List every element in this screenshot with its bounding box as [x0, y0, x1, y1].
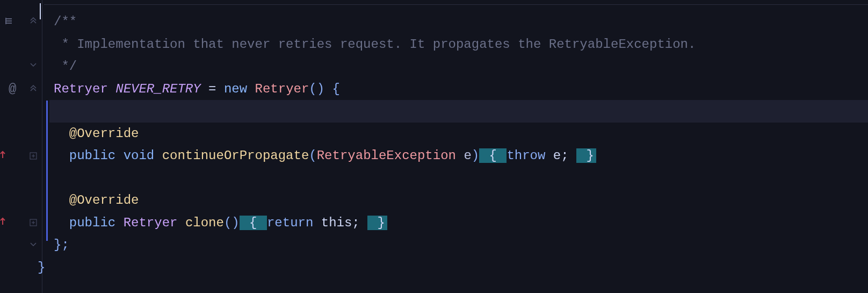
keyword-token: public: [69, 216, 115, 230]
fold-end-icon: [28, 60, 39, 71]
indent-guide: [42, 0, 42, 293]
comment-text: /**: [54, 15, 77, 29]
fold-expand-icon[interactable]: [28, 151, 39, 161]
code-line[interactable]: /**: [49, 11, 868, 33]
fold-toggle-icon[interactable]: [28, 15, 39, 26]
code-line[interactable]: }: [33, 256, 868, 279]
keyword-token: new: [224, 82, 247, 96]
type-token: Retryer: [124, 216, 178, 230]
gutter-inspection-icon[interactable]: @: [9, 82, 16, 96]
code-line[interactable]: [49, 167, 868, 190]
vcs-change-marker[interactable]: [46, 101, 48, 241]
gutter-override-indicator-icon[interactable]: [0, 149, 5, 162]
method-token: clone: [185, 216, 224, 230]
constant-token: NEVER_RETRY: [115, 82, 200, 96]
class-token: RetryableException: [317, 148, 456, 163]
code-line[interactable]: };: [49, 234, 868, 256]
fold-expand-icon[interactable]: [28, 217, 39, 228]
code-editor[interactable]: /** * Implementation that never retries …: [49, 0, 868, 278]
code-line[interactable]: Retryer NEVER_RETRY = new Retryer() {: [49, 78, 868, 101]
gutter-bookmark-icon[interactable]: [5, 16, 15, 28]
editor-gutter: @: [0, 0, 44, 293]
keyword-token: return: [267, 216, 313, 230]
folded-brace-highlight: {: [240, 216, 267, 230]
keyword-token: public: [69, 148, 115, 163]
class-token: Retryer: [255, 82, 309, 96]
type-token: Retryer: [54, 82, 108, 96]
folded-brace-highlight: }: [367, 216, 387, 230]
comment-text: * Implementation that never retries requ…: [54, 37, 696, 52]
folded-brace-highlight: }: [576, 148, 596, 163]
fold-end-icon: [28, 240, 39, 251]
code-line[interactable]: public void continueOrPropagate(Retryabl…: [49, 145, 868, 167]
keyword-token: void: [124, 148, 155, 163]
code-line[interactable]: public Retryer clone() { return this; }: [49, 212, 868, 234]
folded-brace-highlight: {: [479, 148, 507, 163]
code-line[interactable]: @Override: [49, 189, 868, 212]
keyword-token: throw: [507, 148, 545, 163]
code-line[interactable]: @Override: [49, 123, 868, 145]
method-token: continueOrPropagate: [162, 148, 309, 163]
gutter-override-indicator-icon[interactable]: [0, 216, 5, 228]
fold-toggle-icon[interactable]: [28, 83, 39, 94]
annotation-token: @Override: [69, 193, 139, 208]
text-cursor: [40, 3, 41, 19]
comment-text: */: [54, 59, 77, 74]
code-line-active[interactable]: [49, 100, 868, 123]
annotation-token: @Override: [69, 126, 139, 141]
code-line[interactable]: * Implementation that never retries requ…: [49, 33, 868, 56]
code-line[interactable]: */: [49, 55, 868, 78]
